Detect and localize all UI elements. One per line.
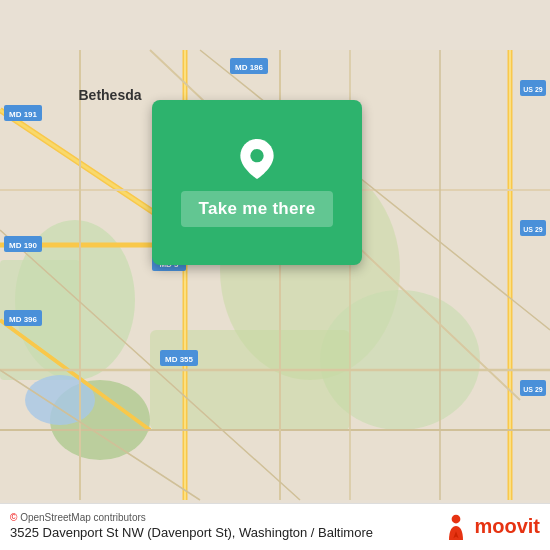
- bottom-bar: © OpenStreetMap contributors 3525 Davenp…: [0, 503, 550, 550]
- svg-text:US 29: US 29: [523, 86, 543, 93]
- take-me-there-button[interactable]: Take me there: [181, 191, 334, 227]
- location-pin-icon: [237, 139, 277, 179]
- svg-text:MD 191: MD 191: [9, 110, 38, 119]
- overlay-card: Take me there: [152, 100, 362, 265]
- svg-text:Bethesda: Bethesda: [78, 87, 141, 103]
- attribution-text: OpenStreetMap contributors: [20, 512, 146, 523]
- svg-text:MD 355: MD 355: [165, 355, 194, 364]
- moovit-icon: [442, 512, 470, 540]
- svg-text:MD 190: MD 190: [9, 241, 38, 250]
- address-text: 3525 Davenport St NW (Davenport St), Was…: [10, 525, 373, 540]
- svg-text:US 29: US 29: [523, 226, 543, 233]
- svg-point-46: [250, 149, 263, 162]
- moovit-text: moovit: [474, 515, 540, 538]
- attribution-address-block: © OpenStreetMap contributors 3525 Davenp…: [10, 512, 373, 540]
- map-container: MD 191 MD 186 US 29 US 29 US 29 MD 355 M…: [0, 0, 550, 550]
- svg-rect-5: [150, 330, 350, 430]
- moovit-logo: moovit: [442, 512, 540, 540]
- svg-point-47: [452, 515, 461, 524]
- svg-text:US 29: US 29: [523, 386, 543, 393]
- copyright-symbol: ©: [10, 512, 17, 523]
- svg-text:MD 396: MD 396: [9, 315, 38, 324]
- openstreetmap-attribution: © OpenStreetMap contributors: [10, 512, 373, 523]
- map-svg: MD 191 MD 186 US 29 US 29 US 29 MD 355 M…: [0, 0, 550, 550]
- svg-text:MD 186: MD 186: [235, 63, 264, 72]
- app-container: MD 191 MD 186 US 29 US 29 US 29 MD 355 M…: [0, 0, 550, 550]
